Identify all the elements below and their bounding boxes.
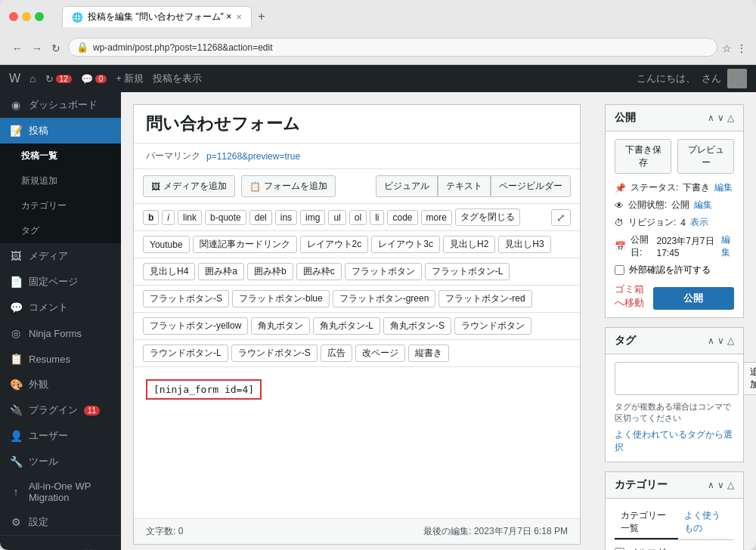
sidebar-item-plugins[interactable]: 🔌 プラグイン 11 [0,397,121,423]
btn-rounded-s[interactable]: ラウンドボタン-S [231,345,318,362]
btn-flat-red[interactable]: フラットボタン-red [438,290,531,307]
comments-notification[interactable]: 💬 0 [81,73,107,85]
sidebar-item-comments[interactable]: 💬 コメント [0,295,121,320]
minimize-button[interactable] [22,12,31,21]
editor-content[interactable]: [ninja_form id=4] [134,367,580,518]
btn-page-break[interactable]: 改ページ [355,345,405,362]
btn-flat-l[interactable]: フラットボタン-L [425,263,510,280]
format-li[interactable]: li [370,210,384,225]
status-edit-link[interactable]: 編集 [714,181,733,194]
maximize-button[interactable] [35,12,44,21]
format-code[interactable]: code [387,210,417,225]
tag-input[interactable] [615,362,739,395]
format-ins[interactable]: ins [275,210,297,225]
cat-panel-up[interactable]: ∧ [708,480,714,490]
tab-close-icon[interactable]: ✕ [236,13,242,21]
sidebar-item-posts-list[interactable]: 投稿一覧 [0,144,121,168]
btn-vertical[interactable]: 縦書き [408,345,449,362]
sidebar-item-new-post[interactable]: 新規追加 [0,168,121,193]
btn-layout3c[interactable]: レイアウト3c [371,236,440,253]
sidebar-item-appearance[interactable]: 🎨 外観 [0,372,121,397]
sidebar-item-ninja-forms[interactable]: ◎ Ninja Forms [0,320,121,346]
user-avatar[interactable] [727,69,747,88]
btn-round-l[interactable]: 角丸ボタン-L [313,317,380,335]
forward-button[interactable]: → [29,41,45,56]
save-draft-button[interactable]: 下書き保存 [615,139,671,174]
post-title-input[interactable] [146,114,568,134]
cat-tab-all[interactable]: カテゴリー一覧 [615,506,678,539]
back-button[interactable]: ← [9,41,26,56]
browser-tab[interactable]: 🌐 投稿を編集 "問い合わせフォーム" × ✕ [62,6,252,27]
format-more[interactable]: more [421,210,452,225]
home-icon[interactable]: ⌂ [29,73,36,85]
btn-round[interactable]: 角丸ボタン [251,317,310,335]
btn-box-b[interactable]: 囲み枠b [247,263,293,280]
format-close-tags[interactable]: タグを閉じる [455,209,520,226]
expand-button[interactable]: ⤢ [551,209,571,226]
updates-notification[interactable]: ↻ 12 [45,73,72,85]
revision-link[interactable]: 表示 [690,216,708,229]
menu-icon[interactable]: ⋮ [736,42,747,54]
new-tab-button[interactable]: + [255,10,268,23]
sidebar-item-tools[interactable]: 🔧 ツール [0,449,121,474]
tags-panel-down[interactable]: ∨ [717,335,724,346]
panel-down-button[interactable]: ∨ [717,113,724,123]
sidebar-item-settings[interactable]: ⚙ 設定 [0,509,121,535]
address-bar[interactable]: 🔒 wp-admin/post.php?post=11268&action=ed… [68,38,717,57]
btn-flat-blue[interactable]: フラットボタン-blue [232,290,330,307]
sidebar-item-close-menu[interactable]: ◀ メニューを閉じる [6,542,115,550]
tags-panel-up[interactable]: ∧ [708,335,714,346]
panel-pin-button[interactable]: △ [727,113,734,123]
btn-related-card[interactable]: 関連記事カードリンク [193,236,297,253]
cat-tab-common[interactable]: よく使うもの [678,506,734,539]
close-button[interactable] [9,12,18,21]
sidebar-item-media[interactable]: 🖼 メディア [0,243,121,269]
refresh-button[interactable]: ↻ [48,41,64,56]
sidebar-item-pages[interactable]: 📄 固定ページ [0,269,121,295]
sidebar-item-resumes[interactable]: 📋 Resumes [0,346,121,372]
btn-rounded-l[interactable]: ラウンドボタン-L [143,345,228,362]
bookmark-icon[interactable]: ☆ [722,42,732,54]
cat-panel-pin[interactable]: △ [727,480,734,490]
btn-rounded[interactable]: ラウンドボタン [454,317,531,335]
cat-panel-down[interactable]: ∨ [717,480,724,490]
tag-select-link[interactable]: よく使われているタグから選択 [615,429,733,453]
date-edit-link[interactable]: 編集 [721,233,734,259]
btn-flat-green[interactable]: フラットボタン-green [333,290,436,307]
btn-layout2c[interactable]: レイアウト2c [300,236,369,253]
sidebar-item-users[interactable]: 👤 ユーザー [0,423,121,449]
format-ol[interactable]: ol [349,210,367,225]
tags-panel-pin[interactable]: △ [727,335,734,346]
preview-button[interactable]: プレビュー [677,139,734,174]
btn-round-s[interactable]: 角丸ボタン-S [383,317,451,335]
btn-h2[interactable]: 見出しH2 [443,236,495,253]
ext-confirm-checkbox[interactable] [615,265,624,275]
format-bold[interactable]: b [143,210,159,225]
sidebar-item-posts[interactable]: 📝 投稿 [0,118,121,144]
add-media-button[interactable]: 🖼 メディアを追加 [143,175,235,197]
btn-ad[interactable]: 広告 [321,345,352,362]
format-del[interactable]: del [249,210,272,225]
sidebar-item-allinone[interactable]: ↑ All-in-One WP Migration [0,474,121,509]
view-post-link[interactable]: 投稿を表示 [153,72,202,85]
page-builder-tab[interactable]: ページビルダー [491,175,571,197]
add-form-button[interactable]: 📋 フォームを追加 [241,175,336,197]
format-img[interactable]: img [300,210,325,225]
new-post-link[interactable]: + 新規 [116,72,144,85]
btn-flat-yellow[interactable]: フラットボタン-yellow [143,317,248,335]
tag-add-button[interactable]: 追加 [743,362,756,395]
btn-flat[interactable]: フラットボタン [345,263,422,280]
btn-box-a[interactable]: 囲み枠a [198,263,244,280]
trash-link[interactable]: ゴミ箱へ移動 [615,283,653,310]
publish-button[interactable]: 公開 [653,287,734,310]
panel-up-button[interactable]: ∧ [708,113,714,123]
btn-h3[interactable]: 見出しH3 [498,236,550,253]
format-ul[interactable]: ul [328,210,345,225]
btn-youtube[interactable]: Youtube [143,236,190,253]
sidebar-item-tags[interactable]: タグ [0,218,121,243]
sidebar-item-categories[interactable]: カテゴリー [0,193,121,218]
btn-flat-s[interactable]: フラットボタン-S [143,290,229,307]
visual-tab[interactable]: ビジュアル [376,175,438,197]
btn-h4[interactable]: 見出しH4 [143,263,195,280]
text-tab[interactable]: テキスト [438,175,491,197]
